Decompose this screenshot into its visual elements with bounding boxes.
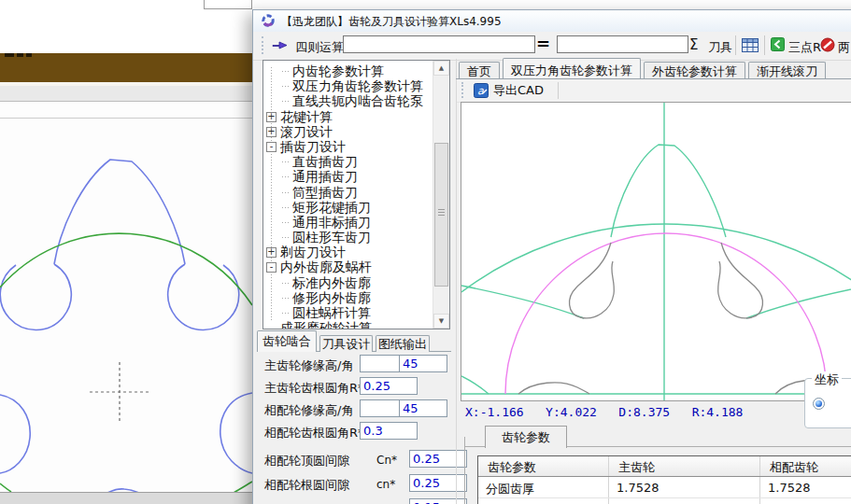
scroll-up-icon[interactable]: ▲ (433, 61, 449, 76)
tree-item-label: 花键计算 (280, 109, 333, 124)
three-point-icon[interactable] (771, 37, 785, 51)
tree-item[interactable]: -内外齿廓及蜗杆 (263, 259, 433, 274)
tree-item-label: 内外齿廓及蜗杆 (280, 259, 372, 274)
coordinate-groupbox: 坐标 (804, 378, 851, 428)
collapse-icon[interactable]: - (266, 262, 277, 273)
column-header: 相配齿轮 (760, 456, 851, 476)
form-input[interactable] (360, 377, 418, 395)
tree-item[interactable]: 直线共轭内啮合齿轮泵 (263, 93, 433, 108)
export-cad-label: 导出CAD (493, 82, 544, 99)
tree-item[interactable]: 标准内外齿廓 (263, 275, 433, 290)
tree-item-label: 滚刀设计 (280, 124, 333, 139)
form-input[interactable] (360, 355, 401, 372)
form-row: 相配轮修缘高/角 (253, 399, 456, 421)
tree-item[interactable]: 圆柱蜗杆计算 (263, 305, 433, 320)
right-tab[interactable]: 首页 (459, 62, 500, 78)
form-input[interactable] (360, 422, 418, 440)
toolbar-separator (764, 35, 765, 55)
form-input[interactable] (399, 399, 447, 417)
coordinate-group-label: 坐标 (812, 371, 842, 388)
cell: 8.338/Φ2 (609, 498, 760, 504)
right-tab[interactable]: 渐开线滚刀 (748, 62, 826, 78)
tree-scrollbar[interactable]: ▲ ▼ (433, 61, 449, 329)
title-bar[interactable]: 【迅龙团队】齿轮及刀具设计验算XLs4.995 (253, 10, 851, 33)
window-title: 【迅龙团队】齿轮及刀具设计验算XLs4.995 (281, 14, 502, 30)
cell: 跨钢球距 (478, 498, 609, 504)
tree-item[interactable]: 双压力角齿轮参数计算 (263, 78, 433, 93)
scroll-down-icon[interactable]: ▼ (433, 314, 449, 329)
form-row: 主齿轮齿根圆角R* (253, 376, 456, 399)
two-point-button[interactable]: 两 (838, 39, 850, 56)
tree-item[interactable]: 直齿插齿刀 (263, 154, 433, 169)
collapse-icon[interactable]: - (266, 142, 277, 152)
tree-item-label: 通用非标插刀 (292, 215, 371, 230)
tree-item[interactable]: +剃齿刀设计 (263, 245, 433, 259)
form-input[interactable] (360, 399, 401, 417)
tree-item[interactable]: 筒型插齿刀 (263, 185, 433, 200)
right-tab[interactable]: 外齿轮参数计算 (644, 62, 745, 78)
tree-item-label: 剃齿刀设计 (280, 245, 346, 259)
form-symbol: cn* (376, 478, 395, 491)
tree-item[interactable]: 成形磨砂轮计算 (263, 320, 433, 329)
gear-profile-drawing (461, 103, 851, 400)
bg-titlebar-text-marks (17, 53, 23, 57)
tree-item-label: 内齿轮参数计算 (292, 63, 384, 78)
result-input[interactable] (557, 35, 688, 53)
form-label: 相配轮修缘高/角 (264, 402, 353, 419)
expand-icon[interactable]: + (266, 247, 277, 258)
tree-item-label: 标准内外齿廓 (292, 275, 371, 290)
expand-icon[interactable]: + (266, 127, 277, 137)
app-gear-icon (261, 13, 276, 28)
coordinate-radio[interactable] (813, 398, 825, 410)
tree-item[interactable]: 矩形花键插刀 (263, 200, 433, 215)
calculator-grid-icon[interactable] (742, 38, 759, 52)
tree-item[interactable]: 通用非标插刀 (263, 215, 433, 230)
tree-item[interactable]: 通用插齿刀 (263, 169, 433, 184)
left-tab[interactable]: 齿轮啮合 (257, 330, 317, 352)
form-row (253, 497, 456, 504)
left-tab-strip: 齿轮啮合刀具设计图纸输出 (253, 330, 456, 353)
navigation-tree: 内齿轮参数计算双压力角齿轮参数计算直线共轭内啮合齿轮泵+花键计算+滚刀设计-插齿… (262, 60, 450, 329)
table-row[interactable]: 跨钢球距8.338/Φ216.328/Φ2 (478, 498, 851, 504)
tree-item[interactable]: +滚刀设计 (263, 124, 433, 139)
background-gear-drawing (0, 102, 252, 492)
toolbar-grip[interactable] (262, 36, 266, 54)
table-header-row: 齿轮参数主齿轮相配齿轮 (478, 456, 851, 477)
tab-gear-parameters[interactable]: 齿轮参数 (485, 426, 567, 448)
gear-drawing-viewport[interactable] (461, 102, 851, 401)
tree-item-label: 直齿插齿刀 (292, 154, 358, 169)
tree-item-label: 直线共轭内啮合齿轮泵 (292, 93, 423, 108)
left-tab[interactable]: 刀具设计 (319, 335, 373, 352)
cell: 16.328/Φ2 (760, 498, 851, 504)
form-input[interactable] (409, 498, 467, 504)
three-point-r-button[interactable]: 三点R (788, 39, 821, 56)
form-input[interactable] (409, 450, 467, 468)
cell: 1.7528 (609, 477, 760, 497)
equals-sign: = (536, 34, 550, 53)
no-entry-icon[interactable] (820, 37, 835, 52)
tree-item[interactable]: 圆柱形车齿刀 (263, 230, 433, 245)
form-label: 相配轮顶圆间隙 (264, 453, 349, 469)
bg-titlebar-text-marks (5, 53, 14, 57)
tools-button[interactable]: 刀具 (708, 39, 732, 56)
tree-item[interactable]: 内齿轮参数计算 (263, 63, 433, 78)
toolbar-grip[interactable] (461, 82, 466, 98)
form-input[interactable] (399, 355, 447, 372)
tree-item[interactable]: +花键计算 (263, 109, 433, 124)
bg-corner-panel (204, 0, 252, 9)
table-row[interactable]: 分圆齿厚1.75281.7528 (478, 477, 851, 498)
form-input[interactable] (409, 474, 467, 492)
export-cad-button[interactable]: a 导出CAD (469, 81, 548, 100)
cell: 分圆齿厚 (478, 477, 609, 497)
left-tab[interactable]: 图纸输出 (376, 335, 430, 352)
sigma-icon[interactable]: Σ (689, 36, 698, 53)
column-header: 主齿轮 (609, 456, 760, 476)
svg-text:a: a (477, 85, 484, 97)
right-tab[interactable]: 双压力角齿轮参数计算 (503, 58, 641, 78)
tree-item[interactable]: 修形内外齿廓 (263, 290, 433, 305)
tree-item[interactable]: -插齿刀设计 (263, 139, 433, 154)
run-arrow-icon[interactable] (272, 39, 289, 51)
expression-input[interactable] (343, 35, 535, 53)
scrollbar-thumb[interactable] (434, 143, 448, 287)
expand-icon[interactable]: + (266, 112, 277, 122)
